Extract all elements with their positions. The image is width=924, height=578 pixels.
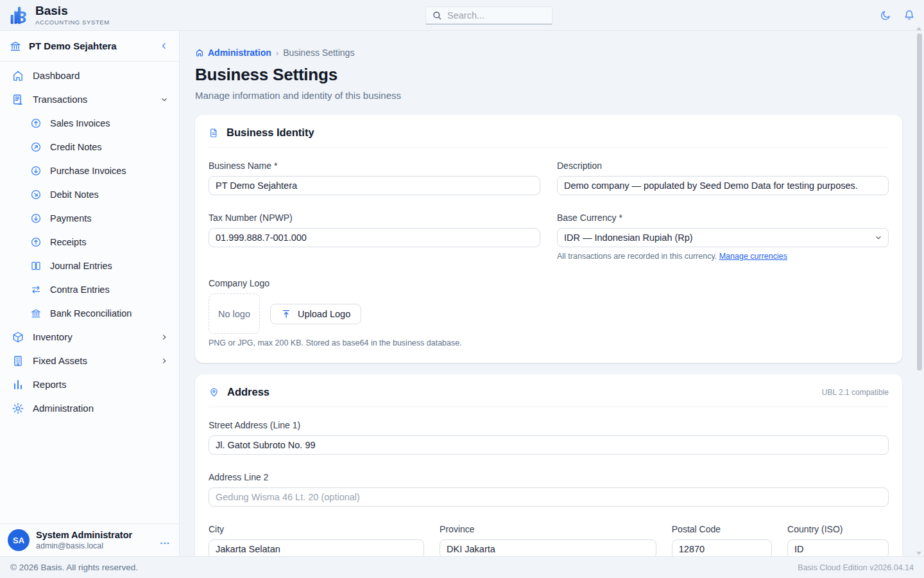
home-icon — [195, 48, 204, 57]
chevron-left-icon[interactable] — [159, 41, 169, 51]
user-name: System Administrator — [36, 530, 132, 540]
sidebar-item-dashboard[interactable]: Dashboard — [0, 64, 179, 87]
sidebar-item-label: Sales Invoices — [50, 118, 110, 128]
bell-icon — [903, 10, 915, 21]
sidebar-item-label: Contra Entries — [50, 285, 110, 295]
sidebar-item-administration[interactable]: Administration — [0, 396, 179, 420]
breadcrumb-administration-link[interactable]: Administration — [195, 48, 271, 58]
province-input[interactable] — [440, 539, 656, 556]
sidebar: PT Demo Sejahtera Dashboard Transactions — [0, 31, 180, 556]
currency-helper: All transactions are recorded in this cu… — [557, 252, 889, 261]
country-iso-input[interactable] — [787, 539, 889, 556]
notifications-button[interactable] — [903, 10, 915, 21]
sidebar-item-receipts[interactable]: Receipts — [0, 230, 179, 254]
search-input[interactable] — [447, 10, 546, 21]
sidebar-item-credit-notes[interactable]: Credit Notes — [0, 135, 179, 159]
sidebar-item-debit-notes[interactable]: Debit Notes — [0, 182, 179, 206]
sidebar-item-reports[interactable]: Reports — [0, 372, 179, 396]
main-content: Administration › Business Settings Busin… — [180, 31, 924, 556]
breadcrumb-separator: › — [276, 48, 278, 58]
user-menu-button[interactable]: ... — [160, 535, 170, 546]
sidebar-item-label: Journal Entries — [50, 261, 112, 271]
cube-icon — [12, 331, 24, 344]
gear-icon — [12, 402, 24, 415]
chevron-right-icon — [160, 333, 169, 342]
circle-arrow-up-icon — [30, 236, 42, 248]
user-email: admin@basis.local — [36, 541, 132, 550]
upload-logo-button[interactable]: Upload Logo — [270, 304, 361, 324]
copyright-text: © 2026 Basis. All rights reserved. — [10, 563, 138, 572]
breadcrumb-current: Business Settings — [283, 48, 354, 58]
logo-preview-box: No logo — [209, 293, 260, 334]
sidebar-item-purchase-invoices[interactable]: Purchase Invoices — [0, 159, 179, 182]
company-name: PT Demo Sejahtera — [29, 40, 152, 51]
company-selector[interactable]: PT Demo Sejahtera — [0, 31, 179, 62]
top-bar: B Basis ACCOUNTING SYSTEM — [0, 0, 924, 31]
sidebar-item-label: Purchase Invoices — [50, 166, 126, 176]
scroll-up-arrow[interactable] — [916, 27, 921, 30]
sidebar-item-label: Dashboard — [33, 70, 80, 81]
city-input[interactable] — [209, 539, 424, 556]
sidebar-item-inventory[interactable]: Inventory — [0, 325, 179, 349]
receipt-icon — [12, 93, 24, 106]
app-brand: B Basis ACCOUNTING SYSTEM — [0, 4, 180, 26]
sidebar-item-label: Bank Reconciliation — [50, 308, 132, 319]
sidebar-item-label: Transactions — [33, 94, 87, 105]
tax-number-label: Tax Number (NPWP) — [209, 213, 540, 223]
scrollbar-track[interactable] — [915, 26, 924, 556]
sidebar-item-label: Receipts — [50, 237, 86, 247]
country-iso-label: Country (ISO) — [787, 524, 889, 534]
sidebar-item-label: Reports — [33, 379, 67, 390]
business-name-input[interactable] — [209, 176, 540, 195]
logo-helper: PNG or JPG, max 200 KB. Stored as base64… — [209, 338, 540, 347]
manage-currencies-link[interactable]: Manage currencies — [719, 252, 787, 261]
sidebar-item-fixed-assets[interactable]: Fixed Assets — [0, 349, 179, 372]
app-logo-icon: B — [8, 4, 30, 26]
sidebar-item-label: Fixed Assets — [33, 355, 87, 366]
page-subtitle: Manage information and identity of this … — [195, 90, 902, 101]
circle-arrow-down-icon — [30, 165, 42, 177]
global-search[interactable] — [425, 6, 552, 24]
bank-icon — [9, 40, 22, 53]
book-open-icon — [30, 260, 42, 272]
chevron-down-icon — [160, 95, 169, 104]
description-input[interactable] — [557, 176, 889, 195]
sidebar-item-transactions[interactable]: Transactions — [0, 87, 179, 111]
swap-arrows-icon — [30, 284, 42, 295]
scrollbar-thumb[interactable] — [917, 33, 922, 371]
postal-code-input[interactable] — [672, 539, 772, 556]
description-label: Description — [557, 161, 889, 171]
base-currency-select[interactable]: IDR — Indonesian Rupiah (Rp) — [557, 228, 889, 247]
sidebar-item-label: Administration — [33, 403, 94, 414]
circle-arrow-up-right-icon — [30, 141, 42, 153]
circle-arrow-down-icon — [30, 213, 42, 224]
map-pin-icon — [209, 387, 219, 398]
edition-text: Basis Cloud Edition v2026.04.14 — [798, 563, 914, 572]
dark-mode-toggle[interactable] — [880, 10, 891, 21]
footer: © 2026 Basis. All rights reserved. Basis… — [0, 556, 924, 578]
tax-number-input[interactable] — [209, 228, 540, 247]
business-identity-card: Business Identity Business Name * Descri… — [195, 115, 902, 363]
user-section: SA System Administrator admin@basis.loca… — [0, 523, 179, 556]
city-label: City — [209, 524, 424, 534]
bar-chart-icon — [12, 378, 24, 391]
sidebar-item-contra-entries[interactable]: Contra Entries — [0, 277, 179, 301]
sidebar-item-bank-reconciliation[interactable]: Bank Reconciliation — [0, 301, 179, 325]
home-icon — [12, 69, 24, 82]
sidebar-item-sales-invoices[interactable]: Sales Invoices — [0, 111, 179, 135]
street-address-label: Street Address (Line 1) — [209, 420, 889, 430]
app-tagline: ACCOUNTING SYSTEM — [35, 19, 110, 26]
business-name-label: Business Name * — [209, 161, 540, 171]
postal-code-label: Postal Code — [672, 524, 772, 534]
company-logo-label: Company Logo — [209, 278, 540, 288]
street-address-input[interactable] — [209, 435, 889, 455]
address-line2-input[interactable] — [209, 487, 889, 507]
breadcrumb: Administration › Business Settings — [195, 48, 902, 58]
card-title: Address — [227, 386, 270, 398]
address-line2-label: Address Line 2 — [209, 472, 889, 482]
bank-icon — [30, 308, 42, 319]
sidebar-item-payments[interactable]: Payments — [0, 206, 179, 230]
sidebar-item-label: Credit Notes — [50, 142, 102, 152]
sidebar-item-journal-entries[interactable]: Journal Entries — [0, 254, 179, 277]
scroll-down-arrow[interactable] — [916, 552, 921, 555]
